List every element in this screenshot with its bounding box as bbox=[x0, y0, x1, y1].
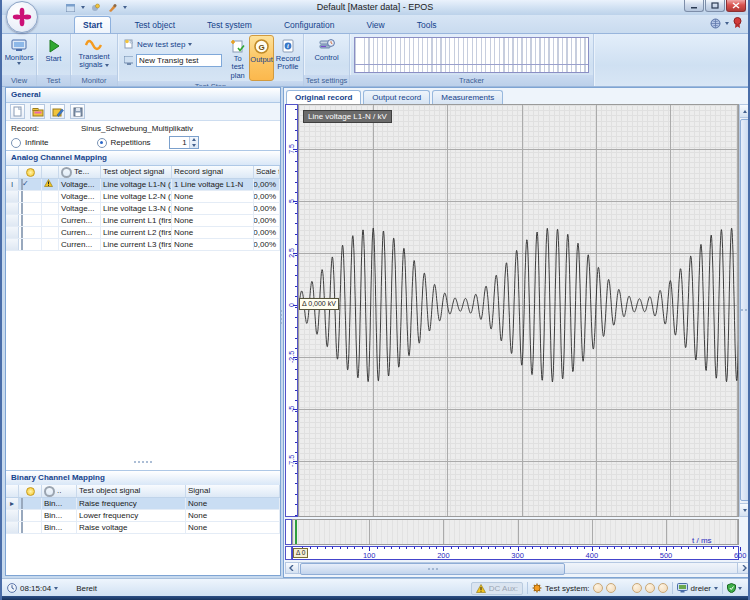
globe-icon[interactable] bbox=[710, 18, 721, 29]
test-system-leds bbox=[593, 583, 668, 593]
binary-table-row[interactable]: Bin...Raise voltageNone bbox=[6, 522, 280, 534]
save-record-button[interactable] bbox=[70, 104, 85, 119]
y-axis-minor-tick bbox=[295, 161, 297, 162]
x-axis-tick-label: 200 bbox=[437, 551, 450, 560]
signal-type-cell: Voltage... bbox=[59, 203, 101, 214]
maximize-icon bbox=[711, 2, 719, 9]
application-menu-button[interactable] bbox=[6, 1, 38, 33]
tab-test-system[interactable]: Test system bbox=[198, 16, 261, 33]
clock-widget[interactable]: 08:15:04 bbox=[7, 583, 58, 593]
y-axis-minor-tick bbox=[295, 431, 297, 432]
record-label: Record: bbox=[11, 124, 39, 133]
y-axis-minor-tick bbox=[295, 483, 297, 484]
x-axis-minor-tick bbox=[651, 547, 652, 549]
x-axis-minor-tick bbox=[525, 547, 526, 549]
chart-horizontal-scrollbar[interactable] bbox=[285, 562, 750, 574]
y-axis-minor-tick bbox=[295, 379, 297, 380]
row-checkbox[interactable] bbox=[21, 498, 23, 509]
to-test-plan-button[interactable]: To test plan bbox=[227, 35, 248, 81]
row-checkbox[interactable] bbox=[21, 522, 23, 533]
new-test-step-button[interactable]: New test step bbox=[124, 39, 222, 49]
new-test-step-caret-icon bbox=[188, 43, 192, 46]
row-checkbox[interactable] bbox=[21, 203, 23, 214]
overview-strip[interactable] bbox=[292, 519, 739, 545]
binary-table-row[interactable]: ▸Bin...Raise frequencyNone bbox=[6, 498, 280, 510]
tab-test-object[interactable]: Test object bbox=[125, 16, 184, 33]
infinite-radio[interactable] bbox=[11, 138, 21, 148]
row-checkbox[interactable] bbox=[21, 227, 23, 238]
certificate-icon[interactable] bbox=[733, 17, 742, 29]
panel-splitter-grip[interactable] bbox=[6, 461, 280, 463]
vertical-splitter-grip[interactable] bbox=[280, 310, 282, 324]
new-record-button[interactable] bbox=[10, 104, 25, 119]
security-widget[interactable] bbox=[727, 583, 742, 593]
x-axis-minor-tick bbox=[607, 547, 608, 549]
language-caret-icon[interactable] bbox=[725, 22, 729, 25]
tracker-display[interactable] bbox=[354, 37, 589, 73]
analog-table-row[interactable]: Voltage...Line voltage L3-N (...None100,… bbox=[6, 203, 280, 215]
minimize-button[interactable] bbox=[684, 0, 704, 12]
stepper-down-icon[interactable] bbox=[192, 144, 196, 147]
open-record-button[interactable] bbox=[30, 104, 45, 119]
transient-signals-button[interactable]: Transient signals bbox=[73, 35, 115, 75]
analog-table-row[interactable]: Curren...Line current L1 (first)None100,… bbox=[6, 215, 280, 227]
settings-icon[interactable] bbox=[89, 2, 102, 14]
row-checkbox[interactable] bbox=[21, 179, 23, 190]
record-tab-output-record[interactable]: Output record bbox=[363, 90, 430, 104]
repetitions-radio[interactable] bbox=[97, 138, 107, 148]
record-signal-cell: None bbox=[172, 215, 254, 226]
edit-record-button[interactable] bbox=[50, 104, 65, 119]
row-checkbox[interactable] bbox=[21, 191, 23, 202]
row-checkbox[interactable] bbox=[21, 215, 23, 226]
scroll-down-button[interactable] bbox=[740, 503, 750, 516]
record-tab-measurements[interactable]: Measurements bbox=[432, 90, 503, 104]
style-brush-icon[interactable] bbox=[106, 2, 119, 14]
status-led bbox=[645, 583, 655, 593]
chart-vertical-scrollbar[interactable] bbox=[739, 104, 750, 517]
y-axis-minor-tick bbox=[295, 390, 297, 391]
y-axis-minor-tick bbox=[295, 119, 297, 120]
record-profile-button[interactable]: i Record Profile bbox=[275, 35, 301, 81]
output-button[interactable]: G Output bbox=[249, 35, 274, 81]
scroll-left-button[interactable] bbox=[286, 563, 299, 573]
row-selector bbox=[6, 227, 19, 238]
scroll-right-button[interactable] bbox=[737, 563, 750, 573]
control-button[interactable]: Control bbox=[309, 35, 345, 75]
tab-view[interactable]: View bbox=[357, 16, 393, 33]
y-axis-minor-tick bbox=[295, 515, 297, 516]
window-switch-icon[interactable] bbox=[64, 2, 77, 14]
record-tab-original-record[interactable]: Original record bbox=[286, 90, 361, 104]
qat-caret-icon[interactable] bbox=[81, 6, 85, 9]
repetitions-stepper[interactable]: 1 bbox=[169, 136, 199, 149]
analog-table-row[interactable]: Voltage...Line voltage L2-N (...None100,… bbox=[6, 191, 280, 203]
test-step-name-input[interactable] bbox=[136, 54, 222, 67]
qat-overflow-caret-icon[interactable] bbox=[123, 6, 127, 9]
monitors-button[interactable]: Monitors bbox=[4, 35, 35, 75]
row-checkbox[interactable] bbox=[21, 510, 23, 521]
stepper-up-icon[interactable] bbox=[192, 138, 196, 141]
time-cursor-line[interactable] bbox=[295, 520, 297, 544]
analog-table-row[interactable]: Curren...Line current L3 (first)None100,… bbox=[6, 239, 280, 251]
x-axis-minor-tick bbox=[510, 547, 511, 549]
user-host-widget[interactable]: dreier bbox=[677, 583, 718, 593]
test-object-signal-cell: Line voltage L2-N (... bbox=[101, 191, 172, 202]
start-button[interactable]: Start bbox=[39, 35, 68, 75]
tab-start[interactable]: Start bbox=[74, 16, 111, 33]
tab-tools[interactable]: Tools bbox=[408, 16, 446, 33]
control-label: Control bbox=[314, 54, 338, 62]
user-caret-icon bbox=[714, 587, 718, 590]
maximize-button[interactable] bbox=[705, 0, 725, 12]
chart-plot-area[interactable]: Line voltage L1-N / kV Δ 0,000 kV bbox=[298, 104, 739, 517]
tab-configuration[interactable]: Configuration bbox=[275, 16, 344, 33]
delta-marker[interactable]: Δ 0,000 kV bbox=[299, 298, 339, 310]
binary-table-row[interactable]: Bin...Lower frequencyNone bbox=[6, 510, 280, 522]
time-cursor-badge[interactable]: Δ 0 bbox=[293, 548, 308, 558]
scroll-up-button[interactable] bbox=[740, 105, 750, 118]
analog-table-row[interactable]: IVoltage...Line voltage L1-N (...1 Line … bbox=[6, 179, 280, 191]
row-checkbox[interactable] bbox=[21, 239, 23, 250]
dc-aux-label: DC Aux: bbox=[489, 584, 518, 593]
vertical-scroll-thumb[interactable] bbox=[740, 119, 750, 501]
close-button[interactable] bbox=[726, 0, 746, 12]
horizontal-scroll-thumb[interactable] bbox=[300, 563, 565, 575]
analog-table-row[interactable]: Curren...Line current L2 (first)None100,… bbox=[6, 227, 280, 239]
